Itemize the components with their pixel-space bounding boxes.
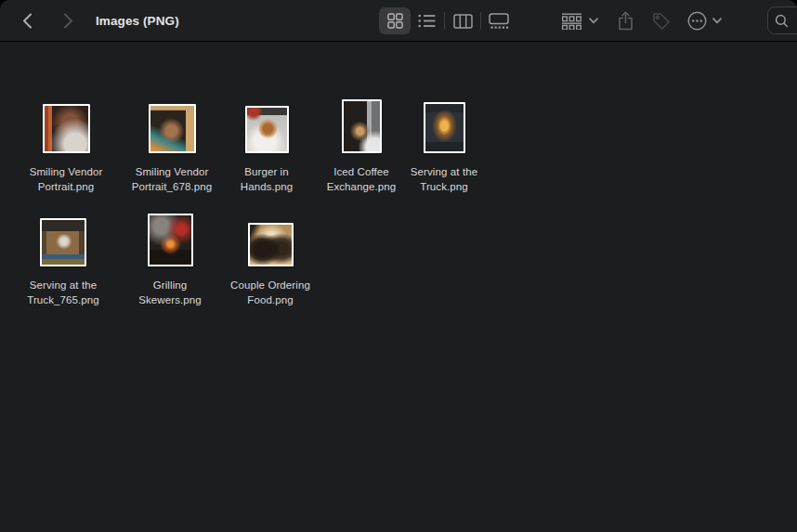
finder-window: Images (PNG) (0, 0, 797, 532)
view-divider (480, 12, 481, 30)
view-divider (444, 12, 445, 30)
nav-buttons (15, 0, 80, 42)
file-thumbnail (424, 102, 465, 153)
file-item[interactable]: Smiling Vendor Portrait.png (15, 99, 117, 194)
file-name: Smiling Vendor Portrait_678.png (127, 165, 216, 194)
file-name: Serving at the Truck.png (399, 165, 489, 194)
file-name: Burger in Hands.png (222, 165, 311, 194)
search-icon (775, 14, 789, 28)
gallery-view-icon (489, 13, 509, 29)
file-item[interactable]: Smiling Vendor Portrait_678.png (121, 99, 223, 194)
file-name: Serving at the Truck_765.png (19, 279, 108, 307)
view-list-button[interactable] (411, 7, 442, 34)
columns-view-icon (453, 14, 473, 29)
tag-icon (652, 12, 671, 31)
file-thumbnail (245, 106, 289, 153)
file-thumbnail (148, 214, 193, 266)
view-gallery-button[interactable] (483, 7, 515, 34)
search-input[interactable] (793, 14, 797, 28)
forward-button[interactable] (56, 7, 80, 35)
file-thumbnail (342, 99, 382, 153)
file-name: Grilling Skewers.png (125, 279, 215, 307)
file-item[interactable]: Burger in Hands.png (216, 99, 318, 194)
tag-button[interactable] (647, 7, 675, 34)
back-button[interactable] (15, 7, 39, 35)
chevron-right-icon (63, 13, 73, 29)
share-icon (618, 11, 634, 31)
window-title: Images (PNG) (96, 0, 179, 42)
view-icons-button[interactable] (379, 7, 411, 34)
group-by-button[interactable] (557, 7, 602, 34)
chevron-down-icon (589, 18, 598, 24)
file-item[interactable]: Grilling Skewers.png (119, 213, 221, 307)
file-thumbnail (149, 104, 196, 153)
ellipsis-circle-icon (687, 11, 707, 31)
file-name: Smiling Vendor Portrait.png (21, 165, 111, 194)
file-item[interactable]: Serving at the Truck_765.png (12, 213, 114, 307)
grid-view-icon (387, 13, 403, 29)
chevron-down-icon (712, 18, 722, 24)
search-field[interactable] (767, 6, 797, 34)
file-thumbnail (43, 104, 90, 153)
share-button[interactable] (611, 7, 639, 34)
file-thumbnail (248, 223, 294, 266)
file-item[interactable]: Serving at the Truck.png (393, 99, 495, 194)
toolbar: Images (PNG) (0, 0, 797, 42)
view-columns-button[interactable] (447, 7, 478, 34)
file-name: Couple Ordering Food.png (226, 279, 315, 307)
file-grid: Smiling Vendor Portrait.png Smiling Vend… (0, 42, 797, 531)
chevron-left-icon (22, 13, 33, 29)
list-view-icon (418, 14, 436, 28)
more-options-button[interactable] (685, 7, 725, 34)
group-icon (561, 13, 582, 30)
file-item[interactable]: Couple Ordering Food.png (219, 213, 321, 307)
view-switcher (379, 7, 515, 34)
file-thumbnail (40, 218, 86, 266)
